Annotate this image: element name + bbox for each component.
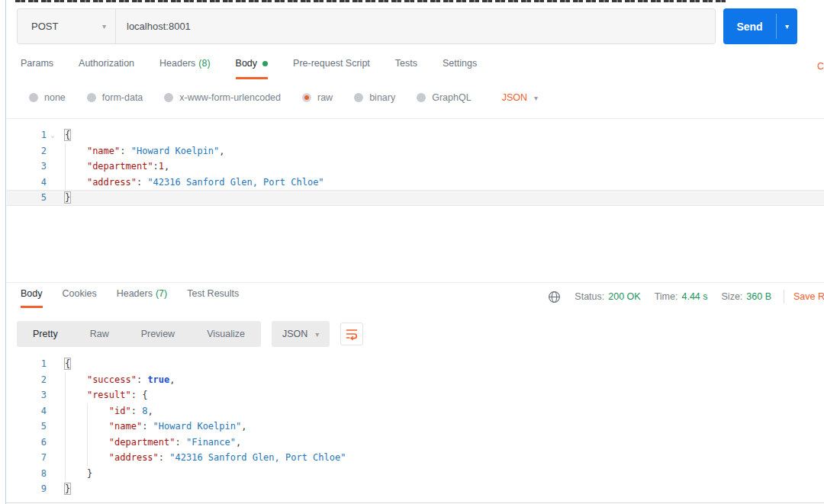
response-tab-test-results[interactable]: Test Results <box>187 288 239 308</box>
tab-pre-request-script[interactable]: Pre-request Script <box>293 58 370 79</box>
code-line: 5 "name": "Howard Koelpin", <box>7 419 824 435</box>
code-line: 6 "department": "Finance", <box>7 435 824 451</box>
tab-params[interactable]: Params <box>21 58 53 79</box>
response-meta: Status: 200 OK Time: 4.44 s Size: 360 B … <box>548 290 824 303</box>
body-mode-form-data[interactable]: form-data <box>87 92 143 103</box>
code-content: "id": 8, <box>59 406 153 416</box>
tab-body[interactable]: Body <box>236 58 269 79</box>
save-response-button[interactable]: Save Response <box>793 291 824 302</box>
tab-count-badge: (7) <box>156 288 167 299</box>
radio-icon <box>417 93 426 102</box>
view-tab-pretty[interactable]: Pretty <box>17 329 74 339</box>
body-mode-none[interactable]: none <box>29 92 66 103</box>
code-line[interactable]: 2 "name": "Howard Koelpin", <box>7 143 824 159</box>
code-token <box>65 437 109 448</box>
line-number: 8 <box>7 468 47 479</box>
response-language-label: JSON <box>282 329 307 339</box>
response-tabs: BodyCookiesHeaders(7)Test Results <box>21 288 259 308</box>
response-body-editor: 1{2 "success": true,3 "result": {4 "id":… <box>7 352 824 502</box>
code-content: } <box>59 468 92 479</box>
code-token: "success" <box>87 374 137 385</box>
code-token: "department" <box>109 437 175 448</box>
tab-label: Params <box>21 58 53 69</box>
line-number: 4 <box>7 406 47 416</box>
code-token: : <box>120 146 130 156</box>
body-mode-binary[interactable]: binary <box>354 92 395 103</box>
tab-label: Tests <box>395 58 417 69</box>
body-mode-x-www-form-urlencoded[interactable]: x-www-form-urlencoded <box>164 92 281 103</box>
wrap-text-icon <box>345 327 359 341</box>
response-tab-body[interactable]: Body <box>21 288 43 308</box>
line-number: 2 <box>7 146 47 156</box>
code-token <box>65 468 87 479</box>
code-line: 7 "address": "42316 Sanford Glen, Port C… <box>7 450 824 466</box>
tab-tests[interactable]: Tests <box>395 58 417 79</box>
code-token: "result" <box>87 390 131 400</box>
code-token: : <box>131 390 142 400</box>
code-token: "Finance" <box>186 437 236 448</box>
code-token: : <box>137 374 147 385</box>
body-mode-label: raw <box>317 92 333 103</box>
caret-down-icon: ▾ <box>102 22 106 30</box>
code-token: "department" <box>87 161 153 172</box>
unsaved-changes-dot-icon <box>262 61 268 66</box>
divider <box>7 118 824 119</box>
code-token: } <box>65 483 70 494</box>
code-line[interactable]: 4 "address": "42316 Sanford Glen, Port C… <box>7 175 824 191</box>
send-button[interactable]: Send <box>723 8 776 44</box>
size-value: 360 B <box>746 291 771 302</box>
code-line[interactable]: 3 "department":1, <box>7 159 824 175</box>
code-token: "Howard Koelpin" <box>153 421 242 432</box>
code-line[interactable]: 5} <box>7 190 824 206</box>
caret-down-icon: ▾ <box>785 22 789 30</box>
bottom-divider <box>6 502 824 503</box>
view-tab-preview[interactable]: Preview <box>125 329 191 339</box>
status-value: 200 OK <box>608 291 640 302</box>
body-mode-label: none <box>44 92 66 103</box>
tab-authorization[interactable]: Authorization <box>79 58 134 79</box>
method-dropdown[interactable]: POST ▾ <box>18 21 115 32</box>
url-input[interactable]: localhost:8001 <box>116 21 191 32</box>
body-mode-graphql[interactable]: GraphQL <box>417 92 471 103</box>
code-content: "address": "42316 Sanford Glen, Port Chl… <box>59 452 346 463</box>
body-mode-selector: noneform-datax-www-form-urlencodedrawbin… <box>29 92 538 103</box>
response-tab-headers[interactable]: Headers(7) <box>117 288 168 308</box>
tab-settings[interactable]: Settings <box>443 58 477 79</box>
response-view-tabs: PrettyRawPreviewVisualize <box>17 321 261 347</box>
code-token: "42316 Sanford Glen, Port Chloe" <box>147 177 323 188</box>
code-line[interactable]: 1⌄{ <box>7 127 824 143</box>
tab-count-badge: (8) <box>198 58 210 69</box>
view-tab-raw[interactable]: Raw <box>74 329 125 339</box>
code-token <box>65 452 109 463</box>
response-language-dropdown[interactable]: JSON ▾ <box>272 321 330 347</box>
tab-label: Headers <box>159 58 195 69</box>
clipped-header-text <box>15 0 728 2</box>
tab-label: Pre-request Script <box>293 58 370 69</box>
response-header: BodyCookiesHeaders(7)Test Results Status… <box>7 283 824 313</box>
fold-chevron-icon[interactable]: ⌄ <box>47 132 59 139</box>
request-body-editor[interactable]: 1⌄{2 "name": "Howard Koelpin",3 "departm… <box>7 124 824 281</box>
wrap-text-button[interactable] <box>340 323 363 345</box>
code-token: "42316 Sanford Glen, Port Chloe" <box>169 452 346 463</box>
tab-headers[interactable]: Headers(8) <box>159 58 211 79</box>
request-language-dropdown[interactable]: JSON▾ <box>502 92 538 103</box>
code-token: "name" <box>109 421 142 432</box>
view-tab-visualize[interactable]: Visualize <box>191 329 261 339</box>
code-content: { <box>59 130 70 140</box>
body-mode-raw[interactable]: raw <box>302 92 333 103</box>
code-content: "name": "Howard Koelpin", <box>59 421 246 432</box>
globe-icon[interactable] <box>548 291 561 303</box>
send-options-button[interactable]: ▾ <box>777 8 797 44</box>
code-line: 2 "success": true, <box>7 372 824 388</box>
code-token: : <box>175 437 186 448</box>
line-number: 5 <box>7 192 47 203</box>
code-line: 4 "id": 8, <box>7 403 824 419</box>
request-tabs: ParamsAuthorizationHeaders(8)BodyPre-req… <box>21 58 809 79</box>
cookies-link[interactable]: Cookies <box>817 61 824 72</box>
size-label: Size: <box>722 291 743 302</box>
response-tab-cookies[interactable]: Cookies <box>63 288 97 308</box>
code-line: 3 "result": { <box>7 387 824 403</box>
code-token: : <box>153 161 159 172</box>
body-mode-label: binary <box>369 92 395 103</box>
radio-icon <box>354 93 363 102</box>
